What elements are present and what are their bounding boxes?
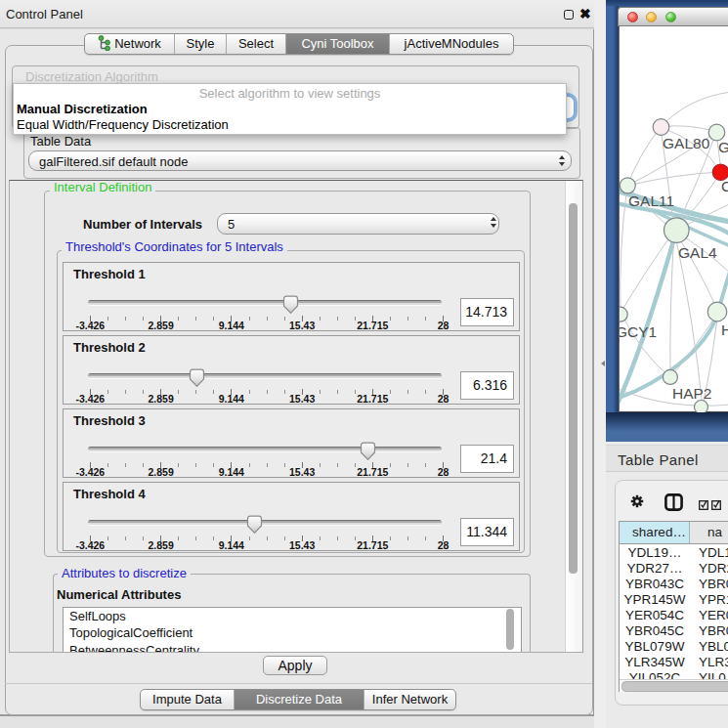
svg-text:GAL11: GAL11: [628, 193, 674, 209]
svg-text:GAL80: GAL80: [663, 135, 710, 151]
svg-text:CAD1: CAD1: [721, 178, 728, 194]
svg-text:GAL4: GAL4: [678, 244, 717, 261]
svg-text:GCY1: GCY1: [620, 323, 657, 340]
svg-text:HAP2: HAP2: [672, 385, 712, 402]
svg-text:GAL2: GAL2: [718, 139, 728, 155]
svg-text:H: H: [721, 321, 728, 338]
